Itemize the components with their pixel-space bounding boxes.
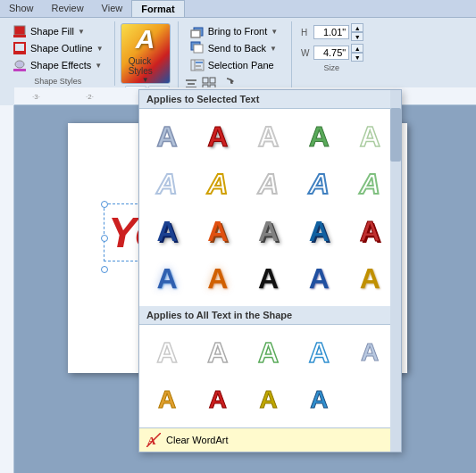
quick-styles-icon: A [136, 24, 155, 54]
tab-show[interactable]: Show [0, 0, 43, 17]
shape-effects-icon [13, 58, 27, 72]
shape-group-label: Shape Styles [7, 77, 109, 86]
wordart-item-r3c1[interactable]: A [145, 209, 189, 253]
shape-outline-arrow: ▼ [96, 45, 104, 53]
width-input-row: W ▲ ▼ [299, 44, 363, 62]
wordart-item-r4c2[interactable]: A [196, 256, 240, 301]
handle-ml[interactable] [101, 235, 108, 242]
height-up[interactable]: ▲ [351, 23, 363, 32]
svg-rect-1 [13, 35, 26, 37]
svg-rect-7 [191, 30, 200, 37]
scroll-thumb[interactable] [390, 108, 401, 162]
wordart-s2-r1c3[interactable]: A [246, 330, 291, 375]
wordart-item-r2c2[interactable]: A [196, 162, 240, 206]
bring-to-front-icon [190, 24, 205, 38]
wordart-item-r3c3[interactable]: A [246, 209, 291, 253]
width-down[interactable]: ▼ [351, 53, 363, 62]
width-icon: W [299, 46, 312, 59]
section2-title: Applies to All Text in the Shape [139, 306, 401, 325]
width-input[interactable] [313, 46, 349, 60]
svg-rect-0 [14, 26, 25, 35]
clear-wordart-label: Clear WordArt [166, 435, 228, 445]
size-group: H ▲ ▼ W ▲ ▼ Size [294, 21, 369, 74]
wordart-item-r1c3[interactable]: A [246, 114, 291, 159]
selection-pane-label: Selection Pane [208, 60, 274, 71]
shape-outline-label: Shape Outline [30, 43, 93, 54]
wordart-item-r2c1[interactable]: A [145, 162, 189, 206]
wordart-grid-2: A A A A A A A A A [139, 325, 401, 427]
wordart-item-r3c5[interactable]: A [347, 209, 392, 253]
wordart-item-r4c1[interactable]: A [145, 256, 189, 301]
send-to-back-label: Send to Back [208, 43, 266, 54]
height-down[interactable]: ▼ [351, 32, 363, 41]
wordart-s2-r1c4[interactable]: A [296, 330, 341, 375]
bring-to-front-button[interactable]: Bring to Front ▼ [188, 23, 281, 39]
height-spinner[interactable]: ▲ ▼ [351, 23, 363, 41]
svg-text:·2·: ·2· [86, 93, 94, 101]
wordart-s2-r2c5[interactable]: A [296, 378, 341, 422]
handle-bl[interactable] [101, 266, 108, 273]
wordart-item-r2c3[interactable]: A [246, 162, 291, 206]
dropdown-scrollbar[interactable] [390, 90, 401, 452]
handle-tl[interactable] [101, 201, 108, 208]
wordart-item-r4c5[interactable]: A [347, 256, 392, 301]
section1-title: Applies to Selected Text [139, 90, 401, 109]
wordart-s2-r2c2[interactable]: A [145, 378, 189, 422]
svg-text:·3·: ·3· [32, 93, 40, 101]
height-icon: H [299, 26, 312, 38]
svg-text:W: W [301, 48, 310, 58]
wordart-item-r2c5[interactable]: A [347, 162, 392, 206]
quick-styles-button[interactable]: A Quick Styles ▼ [121, 23, 171, 84]
wordart-item-r1c2[interactable]: A [196, 114, 240, 159]
width-spinner[interactable]: ▲ ▼ [351, 44, 363, 62]
tab-format[interactable]: Format [131, 0, 184, 17]
wordart-s2-r1c1[interactable]: A [145, 330, 189, 375]
ruler-vertical [0, 105, 14, 473]
svg-rect-2 [14, 43, 25, 52]
clear-wordart-button[interactable]: A Clear WordArt [139, 427, 401, 452]
wordart-s2-r2c4[interactable]: A [246, 378, 291, 422]
wordart-dropdown: Applies to Selected Text A A A A A A A A… [138, 89, 402, 452]
wordart-item-r2c4[interactable]: A [296, 162, 341, 206]
svg-rect-10 [194, 45, 203, 53]
send-to-back-icon [190, 41, 205, 55]
quick-styles-arrow: ▼ [142, 76, 149, 84]
shape-effects-label: Shape Effects [30, 60, 91, 71]
svg-text:H: H [301, 28, 307, 37]
height-input-row: H ▲ ▼ [299, 23, 363, 41]
shape-fill-button[interactable]: Shape Fill ▼ [11, 23, 105, 39]
bring-to-front-label: Bring to Front [208, 26, 268, 37]
svg-rect-15 [196, 69, 202, 70]
wordart-item-r1c1[interactable]: A [145, 114, 189, 159]
shape-effects-button[interactable]: Shape Effects ▼ [11, 57, 105, 73]
size-group-label: Size [299, 63, 363, 72]
selection-pane-icon [190, 58, 205, 72]
wordart-s2-r2c1[interactable]: A [347, 330, 392, 375]
svg-rect-19 [203, 78, 208, 83]
selection-pane-button[interactable]: Selection Pane [188, 57, 281, 73]
svg-rect-3 [13, 52, 26, 54]
shape-effects-arrow: ▼ [95, 62, 102, 70]
wordart-item-r1c4[interactable]: A [296, 114, 341, 159]
wordart-s2-r1c2[interactable]: A [196, 330, 240, 375]
clear-wordart-icon: A [146, 433, 161, 447]
tab-review[interactable]: Review [43, 0, 93, 17]
tab-view[interactable]: View [93, 0, 132, 17]
shape-outline-button[interactable]: Shape Outline ▼ [11, 40, 105, 56]
wordart-item-r4c3[interactable]: A [246, 256, 291, 301]
wordart-s2-r2c3[interactable]: A [196, 378, 240, 422]
wordart-item-r1c5[interactable]: A [347, 114, 392, 159]
quick-styles-label: Quick Styles [129, 56, 163, 76]
height-input[interactable] [313, 25, 349, 39]
width-up[interactable]: ▲ [351, 44, 363, 53]
send-to-back-button[interactable]: Send to Back ▼ [188, 40, 281, 56]
shape-fill-arrow: ▼ [78, 28, 85, 36]
tab-bar: Show Review View Format [0, 0, 476, 18]
send-to-back-arrow: ▼ [270, 45, 277, 53]
arrange-items: Bring to Front ▼ Send to Back ▼ Selectio… [184, 21, 285, 75]
wordart-grid-1: A A A A A A A A A A A [139, 109, 401, 306]
svg-rect-14 [196, 65, 201, 67]
wordart-item-r4c4[interactable]: A [296, 256, 341, 301]
wordart-item-r3c2[interactable]: A [196, 209, 240, 253]
wordart-item-r3c4[interactable]: A [296, 209, 341, 253]
